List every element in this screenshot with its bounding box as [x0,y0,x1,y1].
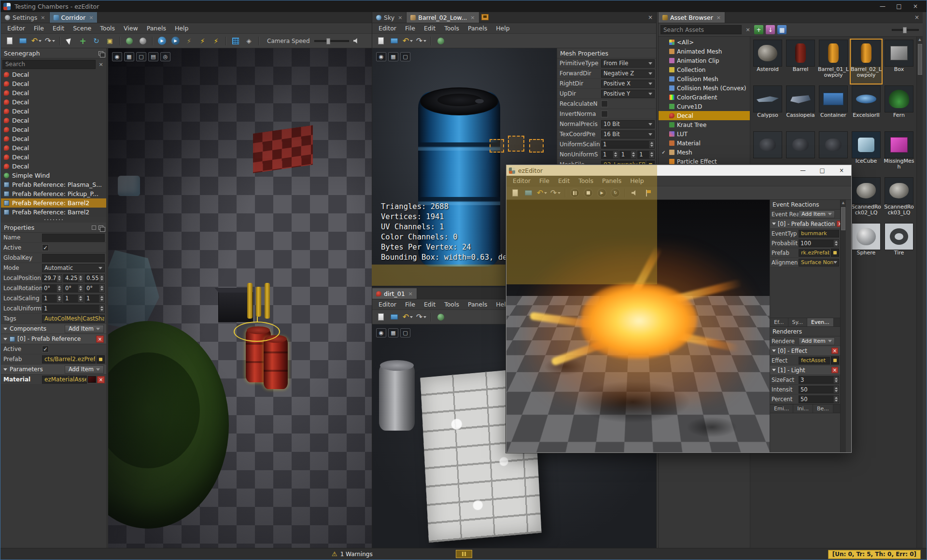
menu-item[interactable]: File [29,25,48,32]
flag-marker-button[interactable] [642,187,654,198]
menu-item[interactable]: Tools [440,25,464,32]
sizefactor-field[interactable]: 3 [799,376,839,384]
document-tab[interactable]: Barrel_02_Low... × [407,12,479,23]
log-counters-badge[interactable]: [Un: 0, Tr: 5, Th: 0, Err: 0] [828,550,921,559]
rotate-tool-button[interactable]: ↻ [90,35,102,46]
intensity-field[interactable]: 50 [799,386,839,393]
scenegraph-tree-item[interactable]: Decal [1,107,106,116]
red-barrel-object[interactable] [264,337,288,389]
stop-simulation-button[interactable] [582,187,594,198]
asset-tile[interactable]: Calypso [751,84,784,130]
probability-field[interactable]: 100 [799,239,839,247]
menu-item[interactable]: Help [626,177,648,184]
prefab-reference-component-header[interactable]: [0] - Prefab Reference × [1,334,106,344]
thumbnail-size-slider[interactable] [892,29,919,31]
scenegraph-tree-item[interactable]: Decal [1,134,106,143]
add-component-button[interactable]: Add Item [65,325,104,333]
side-tab[interactable]: Sy... [788,318,807,326]
asset-type-item[interactable]: Collision Mesh [659,74,750,84]
speed-up-button[interactable]: ⚡ [210,35,222,46]
asset-tile[interactable]: Fern [883,84,915,130]
remove-reaction-button[interactable]: × [837,221,840,227]
camera-views-button[interactable]: ◉ [376,52,386,61]
speed-down-button[interactable]: ⚡ [183,35,195,46]
slider-knob[interactable] [903,27,907,33]
speed-reset-button[interactable]: ⚡ [197,35,209,46]
menu-item[interactable]: Edit [420,301,440,308]
remove-renderer-button[interactable]: × [831,367,838,373]
maximize-button[interactable]: □ [813,165,832,176]
selection-gizmo-ring[interactable] [234,322,280,342]
minimize-button[interactable]: — [874,0,891,12]
document-tab[interactable]: dirt_01 × [372,288,417,299]
menu-item[interactable]: Tools [96,25,119,32]
undo-button[interactable]: ↶ [402,311,414,322]
normalprecision-select[interactable]: 10 Bit [601,120,655,128]
scenegraph-tree-item[interactable]: Decal [1,125,106,134]
asset-grid-scrollbar[interactable]: ▲ [916,37,923,548]
snap-settings-button[interactable]: ◈ [243,35,255,46]
menu-item[interactable]: Help [170,25,193,32]
menu-item[interactable]: Editor [508,177,535,184]
scroll-up-icon[interactable]: ▲ [842,200,844,206]
socket-handle[interactable] [529,139,544,153]
play-simulation-button[interactable]: ▶ [596,187,608,198]
document-tab[interactable]: Settings × [1,12,50,23]
globalkey-field[interactable] [42,254,105,262]
reaction-prefab-field[interactable]: rk.ezPrefab [799,249,830,257]
scenegraph-tree-item[interactable]: Simple Wind [1,171,106,180]
play-game-button[interactable]: ▶ [156,35,168,46]
rotation-z-field[interactable]: 0° [84,284,105,293]
socket-handle[interactable] [490,139,504,153]
uniformscaling-field[interactable]: 1 [601,140,655,149]
scenegraph-tree-item[interactable]: Decal [1,79,106,88]
scenegraph-tree-item[interactable]: Prefab Reference: Barrel2 [1,208,106,217]
tab-close-icon[interactable]: × [716,14,721,21]
dock-drag-handle[interactable] [456,550,472,558]
slider-knob[interactable] [326,38,330,44]
tags-select[interactable]: AutoColMesh|CastShadow [42,315,105,323]
browse-prefab-button[interactable] [97,355,105,364]
new-document-button[interactable] [3,35,15,46]
uniform-scaling-field[interactable]: 1 [42,305,105,313]
scaling-y-field[interactable]: 1 [63,294,84,303]
prefab-asset-field[interactable]: cts/Barrel2.ezPrefab [42,355,96,364]
warnings-indicator[interactable]: ⚠ 1 Warnings [332,548,373,560]
document-tab[interactable]: Sky × [372,12,407,23]
asset-tile[interactable]: Cassiopeia [784,84,817,130]
environment-button[interactable] [435,311,447,322]
asset-tile[interactable]: ExcelsiorII [850,84,883,130]
remove-component-button[interactable]: × [96,336,104,343]
open-document-button[interactable] [17,35,29,46]
menu-item[interactable]: View [119,25,142,32]
scrollbar-thumb[interactable] [918,44,922,75]
undo-button[interactable]: ↶ [536,187,548,198]
asset-tile[interactable]: Barrel_01_Lowpoly [817,39,850,84]
camera-views-button[interactable]: ◉ [376,328,386,337]
invertnormals-checkbox[interactable] [601,111,608,117]
component-active-checkbox[interactable]: ✓ [42,346,49,352]
select-tool-button[interactable] [63,35,75,46]
name-field[interactable] [42,234,105,242]
redo-button[interactable]: ↷ [415,311,427,322]
add-renderer-button[interactable]: Add Item [799,337,835,345]
forwarddir-select[interactable]: Negative Z [601,70,655,78]
scenegraph-tree-item[interactable]: Decal [1,70,106,79]
minimize-button[interactable]: — [793,165,813,176]
effect-renderer-item-header[interactable]: [0] - Effect × [770,346,840,356]
asset-type-item[interactable]: Curve1D [659,102,750,111]
asset-tile[interactable]: IceCube [850,130,883,176]
pin-panel-icon[interactable] [92,225,96,230]
asset-type-item[interactable]: Animated Mesh [659,47,750,56]
open-button[interactable] [522,187,534,198]
close-dock-icon[interactable]: × [648,14,653,21]
position-x-field[interactable]: 29.7 [42,274,62,282]
grid-toggle-button[interactable] [229,35,241,46]
menu-item[interactable]: File [401,301,420,308]
maximize-viewport-button[interactable]: ▢ [400,52,410,61]
position-z-field[interactable]: 0.55 [84,274,105,282]
scaling-z-field[interactable]: 1 [84,294,105,303]
scenegraph-tree-item[interactable]: Decal [1,88,106,98]
components-section-header[interactable]: Components Add Item [1,324,106,334]
view-mode-button[interactable]: ▦ [777,25,787,34]
